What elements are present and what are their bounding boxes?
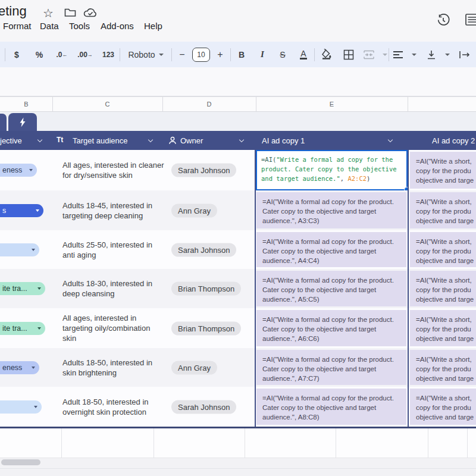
menu-tools[interactable]: Tools: [69, 21, 90, 31]
column-header-b[interactable]: B: [0, 97, 52, 111]
font-size-input[interactable]: 10: [192, 46, 210, 64]
column-header-d[interactable]: D: [162, 97, 256, 111]
ai-ad-copy-2-line: objective and targe: [416, 176, 476, 185]
menu-data[interactable]: Data: [40, 21, 59, 31]
ai-ad-copy-2-line: =AI("Write a short,: [416, 355, 476, 364]
objective-pill[interactable]: eness: [0, 164, 37, 177]
chevron-down-icon[interactable]: [388, 137, 393, 142]
percent-format-button[interactable]: %: [28, 46, 51, 64]
ai-ad-copy-2-cell[interactable]: =AI("Write a short,copy for the produobj…: [410, 152, 476, 189]
italic-button[interactable]: I: [252, 46, 273, 64]
merge-cells-dropdown[interactable]: [378, 46, 389, 64]
document-title[interactable]: eting: [0, 4, 27, 19]
target-audience-cell[interactable]: Adults 18-50, interested in skin brighte…: [62, 348, 165, 387]
folder-icon[interactable]: [64, 8, 76, 17]
table-row: sAdults 18-45, interested in targeting d…: [0, 190, 476, 230]
table-tab-active[interactable]: [8, 113, 37, 131]
vertical-align-icon[interactable]: [422, 46, 440, 64]
objective-pill[interactable]: [0, 400, 42, 414]
version-history-icon[interactable]: [436, 13, 450, 27]
decrease-font-size-button[interactable]: −: [172, 46, 192, 64]
ai-ad-copy-2-line: copy for the produ: [416, 166, 476, 176]
column-ai-ad-copy-1[interactable]: AI ad copy 1: [262, 131, 305, 150]
owner-pill[interactable]: Sarah Johnson: [171, 164, 236, 177]
bold-button[interactable]: B: [231, 46, 252, 64]
selected-formula-cell[interactable]: =AI("Write a formal ad copy for the prod…: [256, 150, 408, 190]
menu-format[interactable]: Format: [3, 21, 32, 31]
chevron-down-icon[interactable]: [148, 137, 153, 142]
strikethrough-button[interactable]: S: [273, 46, 293, 64]
objective-pill[interactable]: s: [0, 204, 43, 217]
objective-pill[interactable]: [0, 243, 39, 256]
owner-pill[interactable]: Brian Thompson: [171, 282, 241, 296]
target-audience-cell[interactable]: Adult 18-50, interested in overnight ski…: [62, 387, 165, 427]
ai-ad-copy-1-cell[interactable]: =AI("Write a formal ad copy for the prod…: [256, 192, 406, 228]
fill-color-icon[interactable]: [315, 46, 337, 64]
objective-pill[interactable]: eness: [0, 361, 39, 374]
ai-ad-copy-2-cell[interactable]: =AI("Write a short,copy for the produobj…: [410, 232, 476, 267]
ai-ad-copy-2-line: objective and targe: [416, 256, 476, 265]
table-body: enessAll ages, interested in cleaner for…: [0, 150, 476, 427]
column-header-row: B C D E: [0, 96, 476, 112]
text-wrap-icon[interactable]: [456, 46, 474, 64]
more-formats-button[interactable]: 123: [97, 46, 120, 64]
ai-ad-copy-1-cell[interactable]: =AI("Write a formal ad copy for the prod…: [256, 350, 406, 385]
merge-cells-icon[interactable]: [360, 46, 378, 64]
ai-ad-copy-2-line: =AI("Write a short,: [416, 156, 476, 166]
ai-ad-copy-2-cell[interactable]: =AI("Write a short,copy for the produobj…: [410, 350, 476, 385]
borders-icon[interactable]: [337, 46, 360, 64]
text-color-button[interactable]: A: [293, 46, 314, 64]
pill-dropdown-icon: [37, 287, 41, 290]
objective-pill[interactable]: ite tra...: [0, 322, 45, 335]
objective-pill-label: ite tra...: [2, 324, 27, 333]
owner-pill[interactable]: Ann Gray: [171, 203, 217, 217]
owner-pill[interactable]: Sarah Johnson: [171, 400, 236, 414]
ai-ad-copy-1-cell[interactable]: =AI("Write a formal ad copy for the prod…: [256, 310, 406, 346]
owner-pill[interactable]: Ann Gray: [171, 361, 217, 374]
star-icon[interactable]: ☆: [43, 6, 54, 20]
cloud-saved-icon[interactable]: [83, 8, 98, 18]
ai-ad-copy-1-cell[interactable]: =AI("Write a formal ad copy for the prod…: [256, 271, 406, 306]
owner-pill[interactable]: Brian Thompson: [171, 321, 241, 335]
currency-format-button[interactable]: $: [5, 46, 28, 64]
column-header-c[interactable]: C: [52, 97, 162, 111]
horizontal-scrollbar[interactable]: [1, 459, 40, 465]
target-audience-cell[interactable]: Adults 18-45, interested in targeting de…: [62, 190, 165, 230]
ai-ad-copy-1-cell[interactable]: =AI("Write a formal ad copy for the prod…: [256, 232, 406, 267]
decrease-decimal-button[interactable]: .0←: [51, 46, 73, 64]
table-tab-partial[interactable]: [0, 114, 7, 131]
objective-pill[interactable]: ite tra...: [0, 282, 45, 295]
app-window: eting ☆ Format Data Tools Add-ons Help: [0, 0, 476, 476]
top-bar: eting ☆ Format Data Tools Add-ons Help: [0, 0, 476, 42]
ai-ad-copy-2-line: copy for the produ: [416, 285, 476, 295]
column-objective[interactable]: jective: [0, 131, 22, 150]
target-audience-cell[interactable]: Adults 25-50, interested in anti aging: [62, 230, 165, 269]
empty-grid-row[interactable]: [0, 428, 476, 458]
target-audience-cell[interactable]: All ages, interested in targeting oily/c…: [62, 308, 165, 348]
font-family-select[interactable]: Roboto: [120, 46, 171, 64]
ai-ad-copy-2-cell[interactable]: =AI("Write a short,copy for the produobj…: [410, 192, 476, 228]
menu-addons[interactable]: Add-ons: [101, 21, 134, 31]
target-audience-cell[interactable]: All ages, interested in cleaner for dry/…: [62, 150, 165, 190]
target-audience-cell[interactable]: Adults 18-30, interested in deep cleansi…: [62, 269, 165, 308]
column-target-audience[interactable]: Target audience: [73, 131, 128, 150]
chevron-down-icon[interactable]: [239, 137, 244, 142]
owner-pill[interactable]: Sarah Johnson: [171, 243, 236, 256]
ai-ad-copy-2-cell[interactable]: =AI("Write a short,copy for the produobj…: [410, 389, 476, 425]
menu-help[interactable]: Help: [144, 21, 162, 31]
chevron-down-icon[interactable]: [37, 137, 42, 142]
horizontal-align-icon[interactable]: [389, 46, 407, 64]
column-header-e[interactable]: E: [256, 97, 408, 111]
ai-ad-copy-2-cell[interactable]: =AI("Write a short,copy for the produobj…: [410, 271, 476, 306]
text-type-icon: Tt: [57, 136, 63, 144]
column-ai-ad-copy-2[interactable]: AI ad copy 2: [432, 131, 475, 150]
increase-decimal-button[interactable]: .00→: [73, 46, 97, 64]
ai-ad-copy-2-cell[interactable]: =AI("Write a short,copy for the produobj…: [410, 310, 476, 346]
ai-ad-copy-1-cell[interactable]: =AI("Write a formal ad copy for the prod…: [256, 389, 406, 425]
formula-token: =AI(: [261, 156, 276, 163]
increase-font-size-button[interactable]: +: [210, 46, 230, 64]
comment-panel-icon[interactable]: [465, 14, 476, 27]
horizontal-align-dropdown[interactable]: [407, 46, 418, 64]
vertical-align-dropdown[interactable]: [440, 46, 451, 64]
column-owner[interactable]: Owner: [180, 131, 203, 150]
